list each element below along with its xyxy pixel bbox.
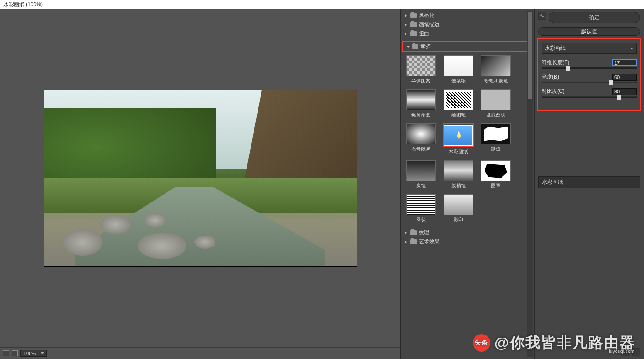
- thumb-preview: [481, 123, 511, 144]
- gallery-scrollbar[interactable]: [527, 11, 533, 357]
- folder-label: 扭曲: [419, 30, 429, 38]
- filter-thumb-chalk[interactable]: 粉笔和炭笔: [481, 55, 511, 84]
- filter-thumb-conte[interactable]: 炭精笔: [443, 160, 474, 189]
- filter-thumb-highlight: [443, 123, 474, 147]
- thumb-preview: [406, 123, 436, 144]
- new-layer-icon[interactable]: [621, 348, 629, 356]
- folder-label: 画笔描边: [419, 21, 440, 28]
- zoom-out-button[interactable]: [3, 350, 9, 356]
- shrink-icon[interactable]: [538, 12, 546, 20]
- folder-row[interactable]: 纹理: [401, 228, 534, 237]
- filter-thumb-torn[interactable]: 撕边: [481, 123, 511, 155]
- param-row: 纤维长度(F)17: [542, 59, 637, 66]
- ok-button[interactable]: 确定: [549, 12, 640, 23]
- param-slider[interactable]: [542, 82, 637, 83]
- param-slider[interactable]: [542, 96, 637, 98]
- thumb-label: 绘图笔: [451, 112, 466, 118]
- folder-row[interactable]: 扭曲: [401, 29, 534, 38]
- thumb-preview: [444, 125, 473, 146]
- filter-thumb-stamp[interactable]: 图章: [481, 160, 511, 189]
- thumb-label: 石膏效果: [411, 146, 430, 152]
- chevron-down-icon: [407, 46, 410, 49]
- filter-thumb-graphic[interactable]: 绘图笔: [443, 89, 474, 118]
- thumbnail-grid: 半调图案便条纸粉笔和炭笔铬黄渐变绘图笔基底凸现石膏效果水彩画纸撕边炭笔炭精笔图章…: [401, 53, 534, 226]
- filter-thumb-retic[interactable]: 网状: [406, 194, 436, 223]
- thumb-label: 便条纸: [451, 78, 466, 84]
- chevron-right-icon: [405, 14, 408, 17]
- chevron-right-icon: [405, 32, 408, 36]
- thumb-label: 铬黄渐变: [411, 112, 430, 118]
- thumb-preview: [444, 160, 473, 181]
- param-row: 对比度(C)80: [542, 88, 637, 95]
- folder-label: 素描: [420, 43, 431, 50]
- thumb-label: 粉笔和炭笔: [484, 78, 508, 84]
- folder-icon: [410, 230, 417, 235]
- thumb-preview: [406, 194, 436, 215]
- thumb-preview: [444, 55, 473, 76]
- effect-layer-entry[interactable]: 水彩画纸: [538, 176, 640, 188]
- folder-row[interactable]: 风格化: [401, 11, 534, 20]
- thumb-preview: [444, 194, 473, 215]
- folder-icon: [410, 31, 417, 36]
- canvas-footer: 100%: [0, 347, 400, 359]
- chevron-down-icon: [630, 48, 634, 51]
- filter-thumb-note[interactable]: 便条纸: [443, 55, 474, 84]
- slider-handle[interactable]: [566, 66, 570, 71]
- thumb-label: 炭笔: [416, 182, 426, 189]
- slider-handle[interactable]: [617, 95, 621, 100]
- trash-icon[interactable]: [632, 348, 640, 356]
- param-row: 亮度(B)60: [542, 73, 637, 81]
- controls-panel: 确定 默认值 水彩画纸 纤维长度(F)17亮度(B)60对比度(C)80 水彩画…: [534, 9, 644, 359]
- folder-label: 纹理: [419, 229, 429, 236]
- zoom-select[interactable]: 100%: [20, 350, 47, 357]
- chevron-right-icon: [405, 231, 408, 235]
- param-input[interactable]: 17: [612, 59, 637, 66]
- window-title: 水彩画纸 (100%): [0, 0, 644, 9]
- thumb-label: 基底凸现: [486, 112, 505, 118]
- filter-thumb-chrome[interactable]: 铬黄渐变: [406, 89, 436, 118]
- filter-thumb-photoc[interactable]: 影印: [443, 194, 474, 223]
- chevron-right-icon: [405, 240, 408, 244]
- thumb-label: 水彩画纸: [449, 148, 468, 155]
- thumb-label: 影印: [454, 216, 463, 223]
- params-highlight: 水彩画纸 纤维长度(F)17亮度(B)60对比度(C)80: [537, 38, 641, 111]
- filter-thumb-plaster[interactable]: 石膏效果: [406, 123, 436, 155]
- zoom-in-button[interactable]: [12, 350, 18, 356]
- filter-thumb-water[interactable]: 水彩画纸: [443, 123, 474, 155]
- thumb-label: 网状: [416, 216, 426, 223]
- folder-row[interactable]: 艺术效果: [401, 237, 534, 246]
- filter-thumb-relief[interactable]: 基底凸现: [481, 89, 511, 118]
- thumb-preview: [481, 55, 511, 76]
- filter-dropdown[interactable]: 水彩画纸: [542, 43, 637, 54]
- thumb-preview: [406, 55, 436, 76]
- thumb-label: 撕边: [491, 146, 501, 152]
- thumb-label: 图章: [491, 182, 501, 189]
- filter-thumb-half[interactable]: 半调图案: [406, 55, 436, 84]
- param-slider[interactable]: [542, 67, 637, 69]
- canvas-panel: 100%: [0, 9, 401, 359]
- folder-icon: [410, 13, 417, 18]
- thumb-label: 半调图案: [411, 78, 430, 84]
- filter-gallery-panel: 风格化画笔描边扭曲 素描 半调图案便条纸粉笔和炭笔铬黄渐变绘图笔基底凸现石膏效果…: [401, 9, 534, 359]
- folder-row-sketch[interactable]: 素描: [403, 42, 530, 51]
- scrollbar-thumb[interactable]: [528, 12, 532, 99]
- filter-thumb-char[interactable]: 炭笔: [406, 160, 436, 189]
- chevron-right-icon: [405, 23, 408, 27]
- param-input[interactable]: 60: [612, 74, 637, 81]
- folder-icon: [410, 22, 417, 27]
- thumb-preview: [481, 160, 511, 181]
- param-label: 对比度(C): [542, 88, 565, 95]
- folder-sketch-highlight: 素描: [402, 41, 531, 52]
- filter-dropdown-label: 水彩画纸: [545, 44, 566, 52]
- canvas-body: [0, 9, 400, 347]
- default-button[interactable]: 默认值: [538, 27, 640, 36]
- thumb-preview: [406, 160, 436, 181]
- thumb-preview: [406, 89, 436, 110]
- thumb-preview: [481, 89, 511, 110]
- preview-image[interactable]: [44, 90, 357, 267]
- param-input[interactable]: 80: [612, 88, 637, 95]
- slider-handle[interactable]: [609, 80, 613, 85]
- folder-row[interactable]: 画笔描边: [401, 20, 534, 29]
- param-label: 纤维长度(F): [542, 59, 569, 66]
- thumb-label: 炭精笔: [451, 182, 466, 189]
